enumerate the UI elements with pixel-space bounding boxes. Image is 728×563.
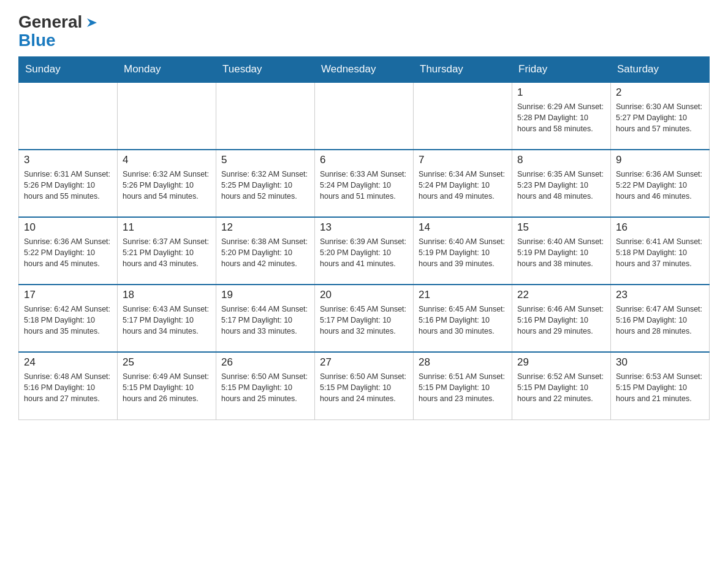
day-number: 24 [24, 356, 112, 369]
day-info: Sunrise: 6:31 AM Sunset: 5:26 PM Dayligh… [24, 169, 112, 202]
week-row-3: 10Sunrise: 6:36 AM Sunset: 5:22 PM Dayli… [19, 217, 710, 285]
calendar-cell: 4Sunrise: 6:32 AM Sunset: 5:26 PM Daylig… [118, 150, 216, 217]
calendar-table: SundayMondayTuesdayWednesdayThursdayFrid… [18, 56, 710, 420]
day-info: Sunrise: 6:35 AM Sunset: 5:23 PM Dayligh… [517, 169, 605, 202]
day-info: Sunrise: 6:34 AM Sunset: 5:24 PM Dayligh… [419, 169, 507, 202]
day-number: 17 [24, 289, 112, 301]
calendar-header-saturday: Saturday [611, 57, 710, 83]
day-info: Sunrise: 6:40 AM Sunset: 5:19 PM Dayligh… [419, 236, 507, 269]
day-info: Sunrise: 6:36 AM Sunset: 5:22 PM Dayligh… [24, 236, 112, 269]
day-number: 19 [221, 289, 309, 301]
calendar-cell: 29Sunrise: 6:52 AM Sunset: 5:15 PM Dayli… [512, 352, 611, 419]
week-row-2: 3Sunrise: 6:31 AM Sunset: 5:26 PM Daylig… [19, 150, 710, 217]
calendar-header-monday: Monday [118, 57, 216, 83]
day-number: 9 [616, 154, 704, 166]
day-number: 21 [419, 289, 507, 301]
calendar-cell [414, 82, 512, 150]
calendar-cell: 5Sunrise: 6:32 AM Sunset: 5:25 PM Daylig… [216, 150, 315, 217]
day-number: 11 [123, 221, 211, 234]
calendar-header-sunday: Sunday [19, 57, 118, 83]
day-number: 7 [419, 154, 507, 166]
calendar-cell: 14Sunrise: 6:40 AM Sunset: 5:19 PM Dayli… [414, 217, 512, 285]
day-number: 26 [221, 356, 309, 369]
calendar-cell [315, 82, 414, 150]
calendar-cell: 25Sunrise: 6:49 AM Sunset: 5:15 PM Dayli… [118, 352, 216, 419]
day-info: Sunrise: 6:47 AM Sunset: 5:16 PM Dayligh… [616, 304, 704, 337]
day-info: Sunrise: 6:30 AM Sunset: 5:27 PM Dayligh… [616, 101, 704, 134]
day-info: Sunrise: 6:48 AM Sunset: 5:16 PM Dayligh… [24, 371, 112, 404]
day-number: 25 [123, 356, 211, 369]
day-number: 16 [616, 221, 704, 234]
calendar-cell: 17Sunrise: 6:42 AM Sunset: 5:18 PM Dayli… [19, 285, 118, 352]
day-info: Sunrise: 6:32 AM Sunset: 5:25 PM Dayligh… [221, 169, 309, 202]
calendar-cell: 24Sunrise: 6:48 AM Sunset: 5:16 PM Dayli… [19, 352, 118, 419]
calendar-cell: 12Sunrise: 6:38 AM Sunset: 5:20 PM Dayli… [216, 217, 315, 285]
day-number: 13 [320, 221, 408, 234]
calendar-cell: 23Sunrise: 6:47 AM Sunset: 5:16 PM Dayli… [611, 285, 710, 352]
day-number: 5 [221, 154, 309, 166]
calendar-cell: 28Sunrise: 6:51 AM Sunset: 5:15 PM Dayli… [414, 352, 512, 419]
day-number: 4 [123, 154, 211, 166]
day-number: 1 [517, 86, 605, 99]
calendar-header-wednesday: Wednesday [315, 57, 414, 83]
day-info: Sunrise: 6:45 AM Sunset: 5:16 PM Dayligh… [419, 304, 507, 337]
day-info: Sunrise: 6:36 AM Sunset: 5:22 PM Dayligh… [616, 169, 704, 202]
calendar-cell: 20Sunrise: 6:45 AM Sunset: 5:17 PM Dayli… [315, 285, 414, 352]
calendar-cell: 18Sunrise: 6:43 AM Sunset: 5:17 PM Dayli… [118, 285, 216, 352]
day-info: Sunrise: 6:51 AM Sunset: 5:15 PM Dayligh… [419, 371, 507, 404]
day-number: 18 [123, 289, 211, 301]
day-number: 27 [320, 356, 408, 369]
day-info: Sunrise: 6:38 AM Sunset: 5:20 PM Dayligh… [221, 236, 309, 269]
day-number: 22 [517, 289, 605, 301]
calendar-header-thursday: Thursday [414, 57, 512, 83]
day-info: Sunrise: 6:53 AM Sunset: 5:15 PM Dayligh… [616, 371, 704, 404]
calendar-header-row: SundayMondayTuesdayWednesdayThursdayFrid… [19, 57, 710, 83]
calendar-cell [19, 82, 118, 150]
calendar-cell: 9Sunrise: 6:36 AM Sunset: 5:22 PM Daylig… [611, 150, 710, 217]
day-info: Sunrise: 6:45 AM Sunset: 5:17 PM Dayligh… [320, 304, 408, 337]
day-number: 23 [616, 289, 704, 301]
calendar-cell: 8Sunrise: 6:35 AM Sunset: 5:23 PM Daylig… [512, 150, 611, 217]
day-info: Sunrise: 6:41 AM Sunset: 5:18 PM Dayligh… [616, 236, 704, 269]
day-number: 8 [517, 154, 605, 166]
day-info: Sunrise: 6:50 AM Sunset: 5:15 PM Dayligh… [221, 371, 309, 404]
logo: General Blue [18, 12, 99, 50]
day-info: Sunrise: 6:39 AM Sunset: 5:20 PM Dayligh… [320, 236, 408, 269]
day-info: Sunrise: 6:50 AM Sunset: 5:15 PM Dayligh… [320, 371, 408, 404]
day-info: Sunrise: 6:46 AM Sunset: 5:16 PM Dayligh… [517, 304, 605, 337]
week-row-4: 17Sunrise: 6:42 AM Sunset: 5:18 PM Dayli… [19, 285, 710, 352]
calendar-header-tuesday: Tuesday [216, 57, 315, 83]
day-info: Sunrise: 6:29 AM Sunset: 5:28 PM Dayligh… [517, 101, 605, 134]
day-info: Sunrise: 6:44 AM Sunset: 5:17 PM Dayligh… [221, 304, 309, 337]
week-row-5: 24Sunrise: 6:48 AM Sunset: 5:16 PM Dayli… [19, 352, 710, 419]
calendar-cell: 22Sunrise: 6:46 AM Sunset: 5:16 PM Dayli… [512, 285, 611, 352]
day-info: Sunrise: 6:33 AM Sunset: 5:24 PM Dayligh… [320, 169, 408, 202]
day-number: 20 [320, 289, 408, 301]
day-number: 10 [24, 221, 112, 234]
calendar-cell: 21Sunrise: 6:45 AM Sunset: 5:16 PM Dayli… [414, 285, 512, 352]
day-info: Sunrise: 6:43 AM Sunset: 5:17 PM Dayligh… [123, 304, 211, 337]
calendar-cell: 10Sunrise: 6:36 AM Sunset: 5:22 PM Dayli… [19, 217, 118, 285]
day-number: 12 [221, 221, 309, 234]
calendar-header-friday: Friday [512, 57, 611, 83]
calendar-cell: 26Sunrise: 6:50 AM Sunset: 5:15 PM Dayli… [216, 352, 315, 419]
calendar-cell: 3Sunrise: 6:31 AM Sunset: 5:26 PM Daylig… [19, 150, 118, 217]
page-header: General Blue [18, 12, 710, 50]
day-number: 15 [517, 221, 605, 234]
day-info: Sunrise: 6:37 AM Sunset: 5:21 PM Dayligh… [123, 236, 211, 269]
calendar-cell: 30Sunrise: 6:53 AM Sunset: 5:15 PM Dayli… [611, 352, 710, 419]
logo-blue-text: Blue [18, 31, 56, 50]
calendar-cell: 19Sunrise: 6:44 AM Sunset: 5:17 PM Dayli… [216, 285, 315, 352]
logo-general-text: General [18, 12, 82, 32]
day-number: 6 [320, 154, 408, 166]
day-number: 29 [517, 356, 605, 369]
calendar-cell: 7Sunrise: 6:34 AM Sunset: 5:24 PM Daylig… [414, 150, 512, 217]
day-number: 3 [24, 154, 112, 166]
calendar-cell: 11Sunrise: 6:37 AM Sunset: 5:21 PM Dayli… [118, 217, 216, 285]
calendar-cell: 13Sunrise: 6:39 AM Sunset: 5:20 PM Dayli… [315, 217, 414, 285]
calendar-cell: 27Sunrise: 6:50 AM Sunset: 5:15 PM Dayli… [315, 352, 414, 419]
day-info: Sunrise: 6:52 AM Sunset: 5:15 PM Dayligh… [517, 371, 605, 404]
day-number: 2 [616, 86, 704, 99]
day-info: Sunrise: 6:49 AM Sunset: 5:15 PM Dayligh… [123, 371, 211, 404]
day-number: 14 [419, 221, 507, 234]
